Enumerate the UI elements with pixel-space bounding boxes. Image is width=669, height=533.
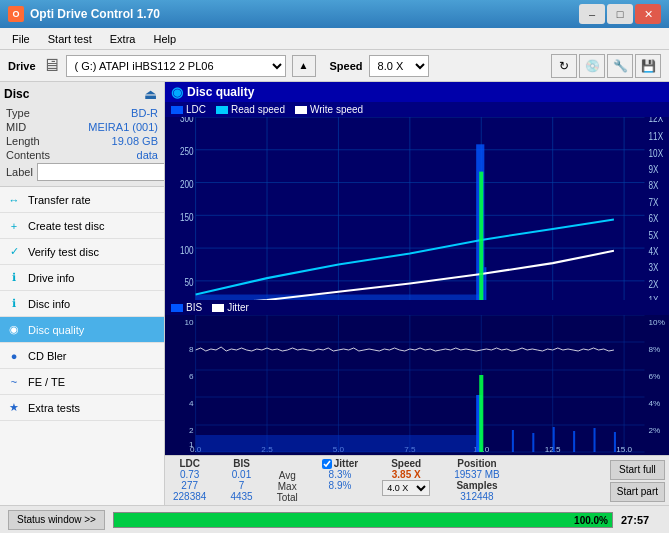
disc-contents-label: Contents [6,149,50,161]
bis-avg: 0.01 [226,469,256,480]
legend-read-speed-color [216,106,228,114]
sidebar-item-disc-info[interactable]: ℹ Disc info [0,291,164,317]
drive-select[interactable]: ( G:) ATAPI iHBS112 2 PL06 [66,55,286,77]
menu-extra[interactable]: Extra [102,31,144,47]
sidebar-item-create-test-disc[interactable]: + Create test disc [0,213,164,239]
svg-text:15.0: 15.0 [616,445,632,453]
eject-button[interactable]: ▲ [292,55,316,77]
disc-type-label: Type [6,107,30,119]
row-label-total: Total [273,492,302,503]
toolbar-buttons: ↻ 💿 🔧 💾 [551,54,661,78]
sidebar-item-disc-quality[interactable]: ◉ Disc quality [0,317,164,343]
sidebar-label-cd-bler: CD Bler [28,350,67,362]
svg-rect-96 [573,431,575,452]
disc-type-row: Type BD-R [4,106,160,120]
svg-text:2: 2 [189,426,194,435]
jitter-header: Jitter [334,458,358,469]
status-window-button[interactable]: Status window >> [8,510,105,530]
sidebar-label-disc-quality: Disc quality [28,324,84,336]
stats-columns: LDC 0.73 277 228384 BIS 0.01 7 4435 Avg … [165,456,606,505]
position-column: Position 19537 MB Samples 312448 [450,458,504,502]
sidebar-label-fe-te: FE / TE [28,376,65,388]
speed-column: Speed 3.85 X 4.0 X [378,458,434,496]
progress-bar-fill [114,513,612,527]
legend-write-speed: Write speed [295,104,363,115]
svg-text:250: 250 [180,145,194,157]
drive-icon: 🖥 [42,55,60,76]
ldc-header: LDC [169,458,210,469]
menu-file[interactable]: File [4,31,38,47]
disc-section: Disc ⏏ Type BD-R MID MEIRA1 (001) Length… [0,82,164,187]
sidebar-item-cd-bler[interactable]: ● CD Bler [0,343,164,369]
sidebar-item-transfer-rate[interactable]: ↔ Transfer rate [0,187,164,213]
bis-header: BIS [226,458,256,469]
sidebar-item-verify-test-disc[interactable]: ✓ Verify test disc [0,239,164,265]
disc-mid-row: MID MEIRA1 (001) [4,120,160,134]
sidebar-item-extra-tests[interactable]: ★ Extra tests [0,395,164,421]
minimize-button[interactable]: – [579,4,605,24]
svg-rect-59 [165,315,669,453]
toolbar-btn-3[interactable]: 🔧 [607,54,633,78]
ldc-max: 277 [169,480,210,491]
svg-rect-95 [553,427,555,452]
disc-eject-icon[interactable]: ⏏ [144,86,160,102]
ldc-total: 228384 [169,491,210,502]
svg-text:8%: 8% [649,345,661,354]
svg-rect-98 [614,432,616,452]
start-full-button[interactable]: Start full [610,460,665,480]
toolbar-btn-2[interactable]: 💿 [579,54,605,78]
sidebar: Disc ⏏ Type BD-R MID MEIRA1 (001) Length… [0,82,165,505]
jitter-checkbox[interactable] [322,459,332,469]
sidebar-item-drive-info[interactable]: ℹ Drive info [0,265,164,291]
sidebar-item-fe-te[interactable]: ~ FE / TE [0,369,164,395]
row-label-max: Max [273,481,302,492]
chart-container: ◉ Disc quality LDC Read speed Write spee… [165,82,669,505]
chart-title: Disc quality [187,85,254,99]
bis-column: BIS 0.01 7 4435 [226,458,256,502]
svg-rect-97 [594,428,596,452]
disc-mid-label: MID [6,121,26,133]
jitter-column: Jitter 8.3% 8.9% [318,458,362,491]
disc-contents-row: Contents data [4,148,160,162]
sidebar-label-drive-info: Drive info [28,272,74,284]
legend-bis: BIS [171,302,202,313]
drive-bar: Drive 🖥 ( G:) ATAPI iHBS112 2 PL06 ▲ Spe… [0,50,669,82]
svg-text:4: 4 [189,399,194,408]
toolbar-btn-save[interactable]: 💾 [635,54,661,78]
main-content: Disc ⏏ Type BD-R MID MEIRA1 (001) Length… [0,82,669,505]
sidebar-label-create-test-disc: Create test disc [28,220,104,232]
menu-help[interactable]: Help [145,31,184,47]
legend-read-speed-label: Read speed [231,104,285,115]
svg-text:10X: 10X [649,146,664,158]
extra-tests-icon: ★ [6,400,22,416]
toolbar-btn-1[interactable]: ↻ [551,54,577,78]
upper-chart-svg: 300 250 200 150 100 50 12X 11X 10X 9X 8X… [165,117,669,300]
svg-rect-58 [479,172,483,300]
svg-rect-99 [479,375,483,452]
jitter-header-row: Jitter [318,458,362,469]
svg-text:200: 200 [180,178,194,190]
legend-bis-label: BIS [186,302,202,313]
start-part-button[interactable]: Start part [610,482,665,502]
disc-label-label: Label [6,166,33,178]
speed-value-select[interactable]: 4.0 X [382,480,430,496]
disc-length-row: Length 19.08 GB [4,134,160,148]
svg-text:10%: 10% [649,318,665,327]
close-button[interactable]: ✕ [635,4,661,24]
legend-write-speed-label: Write speed [310,104,363,115]
svg-text:6: 6 [189,372,194,381]
samples-value: 312448 [450,491,504,502]
create-test-disc-icon: + [6,218,22,234]
menu-start-test[interactable]: Start test [40,31,100,47]
svg-rect-93 [512,430,514,452]
action-buttons: Start full Start part [606,456,669,505]
svg-rect-91 [196,435,482,452]
sidebar-label-verify-test-disc: Verify test disc [28,246,99,258]
sidebar-label-extra-tests: Extra tests [28,402,80,414]
legend-ldc-label: LDC [186,104,206,115]
samples-header: Samples [450,480,504,491]
disc-label-input[interactable] [37,163,165,181]
speed-select[interactable]: 8.0 X [369,55,429,77]
maximize-button[interactable]: □ [607,4,633,24]
disc-length-value: 19.08 GB [112,135,158,147]
